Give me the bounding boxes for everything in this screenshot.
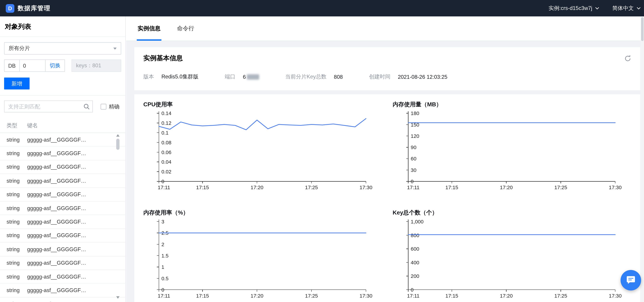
svg-text:0.1: 0.1 [162,130,169,136]
list-item[interactable]: stringggggg-asf__GGGGGF… [0,297,125,302]
key-type: string [6,205,27,211]
svg-text:17:20: 17:20 [250,185,264,190]
svg-text:1,000: 1,000 [411,219,424,225]
search-icon[interactable] [83,103,90,112]
key-count-line-chart: 02004006008001,00017:1117:1517:2017:2517… [393,218,623,300]
memory-usage-line-chart: 030609012015018017:1117:1517:2017:2517:3… [393,110,623,192]
cpu-usage-line-chart: 00.020.040.060.080.10.120.1417:1117:1517… [143,110,373,192]
db-label: DB [4,62,19,69]
list-item[interactable]: stringggggg-asf__GGGGGF… [0,256,125,270]
card-header: 实例基本信息 [143,54,631,63]
key-name: ggggg-asf__GGGGGF… [27,274,125,280]
exact-match-option[interactable]: 精确 [100,103,120,110]
chart-title: Key总个数（个） [393,209,632,217]
list-item[interactable]: stringggggg-asf__GGGGGF… [0,174,125,188]
key-type: string [6,178,27,184]
key-type: string [6,301,27,302]
screen: D 数据库管理 实例:crs-d15c3w7j 简体中文 对象列表 所有分片 [0,0,644,302]
monitor-charts-card: CPU使用率 00.020.040.060.080.10.120.1417:11… [134,94,640,302]
scroll-down-icon[interactable] [116,296,120,299]
db-index-input[interactable] [19,60,46,71]
svg-text:30: 30 [411,167,416,173]
svg-text:0.02: 0.02 [162,169,172,174]
sidebar-scrollbar[interactable] [116,134,120,299]
list-item[interactable]: stringggggg-asf__GGGGGF… [0,229,125,243]
key-name: ggggg-asf__GGGGGF… [27,150,125,156]
list-item[interactable]: stringggggg-asf__GGGGGF… [0,243,125,256]
svg-text:1.5: 1.5 [162,253,169,259]
svg-text:200: 200 [411,273,419,279]
refresh-icon [624,55,631,62]
key-name: ggggg-asf__GGGGGF… [27,233,125,239]
key-type: string [6,136,27,143]
shard-select[interactable]: 所有分片 [4,42,121,55]
instance-info-card: 实例基本信息 版本 Redis5.0集群版 端口 [134,47,640,90]
key-name: ggggg-asf__GGGGGF… [27,301,125,302]
add-key-button[interactable]: 新增 [4,77,30,89]
svg-text:17:15: 17:15 [196,185,209,190]
field-label: 当前分片Key总数 [285,73,326,80]
key-type: string [6,274,27,280]
feedback-chat-button[interactable] [620,270,641,291]
chart-memory-usage-mb: 内存使用量（MB） 030609012015018017:1117:1517:2… [393,101,632,192]
list-item[interactable]: stringggggg-asf__GGGGGF… [0,215,125,229]
instance-label: 实例:crs-d15c3w7j [549,4,592,12]
port-value-redacted [247,74,259,79]
page-scrollbar-thumb[interactable] [641,17,644,41]
list-item[interactable]: stringggggg-asf__GGGGGF… [0,284,125,297]
scroll-up-icon[interactable] [116,134,120,137]
tab-instance-info[interactable]: 实例信息 [137,16,162,40]
db-switch-button[interactable]: 切换 [46,62,64,69]
instance-selector[interactable]: 实例:crs-d15c3w7j [549,4,599,12]
object-list-sidebar: 对象列表 所有分片 DB 切换 keys：801 新增 [0,16,126,302]
svg-text:17:30: 17:30 [360,185,372,190]
chart-title: CPU使用率 [143,101,383,108]
key-type: string [6,219,27,225]
exact-match-checkbox[interactable] [100,104,106,109]
instance-info-row: 版本 Redis5.0集群版 端口 6 当前分片Key总数 808 [143,73,631,80]
memory-percent-line-chart: 00.511.522.5317:1117:1517:2017:2517:30 [143,218,373,300]
language-selector[interactable]: 简体中文 [612,4,640,12]
key-type: string [6,191,27,197]
key-type: string [6,246,27,252]
topbar-right: 实例:crs-d15c3w7j 简体中文 [549,4,641,12]
list-item[interactable]: stringggggg-asf__GGGGGF… [0,133,125,147]
list-item[interactable]: stringggggg-asf__GGGGGF… [0,202,125,215]
chevron-down-icon [637,7,641,9]
svg-text:120: 120 [411,133,419,139]
svg-text:17:20: 17:20 [250,293,264,299]
svg-text:17:30: 17:30 [360,293,372,299]
key-name: ggggg-asf__GGGGGF… [27,178,125,184]
key-name: ggggg-asf__GGGGGF… [27,164,125,170]
svg-text:0.12: 0.12 [162,120,172,126]
list-item[interactable]: stringggggg-asf__GGGGGF… [0,270,125,284]
column-header-type: 类型 [6,122,27,129]
svg-text:1: 1 [162,264,164,270]
app-logo-icon: D [6,4,14,12]
svg-text:0.14: 0.14 [162,110,172,116]
svg-text:3: 3 [162,219,164,225]
field-port: 端口 6 [225,73,259,80]
svg-text:17:15: 17:15 [445,293,458,299]
list-item[interactable]: stringggggg-asf__GGGGGF… [0,160,125,174]
search-input[interactable] [4,101,92,112]
refresh-button[interactable] [624,55,631,62]
port-value: 6 [243,74,246,80]
key-type: string [6,233,27,239]
list-item[interactable]: stringggggg-asf__GGGGGF… [0,147,125,160]
scrollbar-thumb[interactable] [116,139,120,150]
field-value: Redis5.0集群版 [162,73,198,80]
key-type: string [6,260,27,266]
svg-text:17:30: 17:30 [609,185,622,190]
column-header-keyname: 键名 [27,122,38,129]
chevron-down-icon [595,7,599,9]
list-item[interactable]: stringggggg-asf__GGGGGF… [0,188,125,202]
page-scrollbar[interactable] [641,16,644,302]
tab-command-line[interactable]: 命令行 [176,16,195,40]
svg-text:17:11: 17:11 [407,293,420,299]
svg-text:17:11: 17:11 [158,185,170,190]
svg-text:17:25: 17:25 [305,185,318,190]
svg-text:2: 2 [162,242,164,247]
svg-text:180: 180 [411,110,419,116]
svg-text:17:25: 17:25 [305,293,318,299]
